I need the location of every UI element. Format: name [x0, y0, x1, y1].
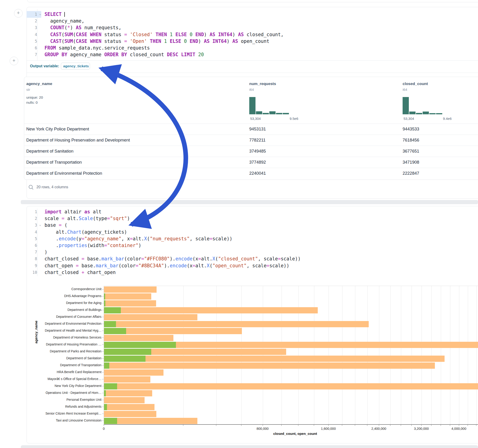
- code-text: CAST(SUM(CASE WHEN status = 'Closed' THE…: [41, 31, 284, 38]
- code-text: base = (: [41, 222, 67, 229]
- column-stat: nulls: 0: [26, 100, 38, 105]
- code-text: GROUP BY agency_name ORDER BY closed_cou…: [41, 51, 204, 58]
- code-text: COUNT(*) AS num_requests,: [41, 25, 121, 31]
- table-cell: 3677651: [403, 149, 419, 154]
- code-text: chart_closed + chart_open: [41, 269, 116, 276]
- line-number: 3⌄: [26, 222, 41, 229]
- line-number: 4: [26, 31, 41, 38]
- add-cell-button[interactable]: +: [10, 57, 18, 65]
- collapsed-cell-strip[interactable]: [21, 200, 478, 204]
- table-search-button[interactable]: [28, 184, 34, 190]
- column-type: i64: [403, 87, 407, 92]
- column-type: str: [26, 87, 30, 92]
- code-line[interactable]: 9chart_open = base.mark_bar(color="#8BC3…: [26, 262, 478, 269]
- code-text: SELECT: [41, 11, 65, 18]
- output-variable-pill[interactable]: agency_tickets: [61, 63, 90, 70]
- table-cell: 9453131: [249, 126, 266, 132]
- python-editor[interactable]: 1import altair as alt2scale = alt.Scale(…: [26, 209, 478, 276]
- code-line[interactable]: 1⌄SELECT: [26, 11, 478, 18]
- output-variable-label: Output variable:: [30, 64, 59, 68]
- histogram-min-label: 53,304: [403, 117, 414, 120]
- code-line[interactable]: 8chart_closed = base.mark_bar(color="#FF…: [26, 255, 478, 262]
- code-text: scale = alt.Scale(type="sqrt"): [41, 215, 130, 222]
- code-line[interactable]: 5 .encode(y="agency_name", x=alt.X("num_…: [26, 236, 478, 242]
- table-cell: 7618456: [403, 137, 419, 143]
- table-cell: Department of Housing Preservation and D…: [26, 137, 130, 143]
- code-line[interactable]: 6FROM sample_data.nyc.service_requests: [26, 45, 478, 51]
- table-cell: 7782211: [249, 137, 266, 143]
- table-cell: 2222847: [403, 171, 419, 176]
- text-cursor: [64, 12, 65, 17]
- table-cell: 3774892: [249, 160, 266, 165]
- code-line[interactable]: 4 alt.Chart(agency_tickets): [26, 229, 478, 236]
- dataframe-preview: agency_namestrunique: 20nulls: 0num_requ…: [24, 77, 478, 180]
- code-text: chart_open = base.mark_bar(color="#8BC34…: [41, 262, 289, 269]
- line-number: 4: [26, 229, 41, 236]
- table-row[interactable]: Department of Environmental Protection22…: [24, 168, 478, 179]
- code-line[interactable]: 2 agency_name,: [26, 18, 478, 25]
- previous-cell-edge: [27, 0, 478, 2]
- sql-editor[interactable]: 1⌄SELECT 2 agency_name,3 COUNT(*) AS num…: [26, 11, 478, 58]
- line-number: 10: [26, 269, 41, 276]
- code-text: import altair as alt: [41, 209, 101, 215]
- table-cell: 9443533: [403, 126, 419, 132]
- line-number: 3: [26, 25, 41, 31]
- code-text: alt.Chart(agency_tickets): [41, 229, 127, 236]
- table-cell: Department of Transportation: [26, 160, 82, 165]
- code-line[interactable]: 4 CAST(SUM(CASE WHEN status = 'Closed' T…: [26, 31, 478, 38]
- next-cell-strip[interactable]: [21, 445, 478, 448]
- code-line[interactable]: 6 .properties(width="container"): [26, 242, 478, 249]
- code-line[interactable]: 3 COUNT(*) AS num_requests,: [26, 25, 478, 31]
- line-number: 9: [26, 262, 41, 269]
- notebook-page: + + 1⌄SELECT 2 agency_name,3 COUNT(*) AS…: [0, 0, 478, 448]
- line-number: 2: [26, 18, 41, 25]
- code-text: agency_name,: [41, 18, 84, 25]
- code-text: chart_closed = base.mark_bar(color="#FFC…: [41, 255, 301, 262]
- line-number: 2: [26, 215, 41, 222]
- table-cell: 3749485: [249, 149, 266, 154]
- code-line[interactable]: 10chart_closed + chart_open: [26, 269, 478, 276]
- fold-chevron-icon[interactable]: ⌄: [39, 221, 41, 228]
- code-line[interactable]: 5 CAST(SUM(CASE WHEN status = 'Open' THE…: [26, 38, 478, 45]
- line-number: 7: [26, 51, 41, 58]
- column-header[interactable]: agency_name: [26, 81, 52, 86]
- code-text: ): [41, 249, 47, 255]
- code-line[interactable]: 3⌄base = (: [26, 222, 478, 229]
- add-cell-button[interactable]: +: [14, 9, 23, 18]
- line-number: 6: [26, 45, 41, 51]
- code-line[interactable]: 2scale = alt.Scale(type="sqrt"): [26, 215, 478, 222]
- histogram-min-label: 53,304: [250, 117, 261, 120]
- plus-icon: +: [13, 58, 15, 63]
- table-row[interactable]: Department of Housing Preservation and D…: [24, 135, 478, 146]
- line-number: 6: [26, 242, 41, 249]
- column-type: i64: [249, 87, 254, 92]
- table-cell: Department of Environmental Protection: [26, 171, 102, 176]
- line-number: 1: [26, 209, 41, 215]
- line-number: 5: [26, 236, 41, 242]
- table-shape-label: 20 rows, 4 columns: [37, 185, 68, 189]
- table-row[interactable]: Department of Transportation377489234719…: [24, 157, 478, 168]
- column-header[interactable]: closed_count: [403, 81, 428, 86]
- search-icon: [28, 184, 34, 190]
- line-number: 5: [26, 38, 41, 45]
- table-cell: New York City Police Department: [26, 126, 89, 132]
- divider: [27, 60, 478, 61]
- code-text: CAST(SUM(CASE WHEN status = 'Open' THEN …: [41, 38, 269, 45]
- table-cell: 2240041: [249, 171, 266, 176]
- line-number: 8: [26, 255, 41, 262]
- column-histogram: [249, 97, 289, 114]
- table-cell: 3471908: [403, 160, 419, 165]
- histogram-max-label: 9.5e6: [289, 117, 298, 120]
- divider: [27, 73, 478, 73]
- table-row[interactable]: Department of Sanitation37494853677651: [24, 146, 478, 157]
- table-cell: Department of Sanitation: [26, 149, 74, 154]
- column-header[interactable]: num_requests: [249, 81, 276, 86]
- code-text: FROM sample_data.nyc.service_requests: [41, 45, 150, 51]
- table-row[interactable]: New York City Police Department945313194…: [24, 124, 478, 135]
- code-line[interactable]: 7): [26, 249, 478, 255]
- column-stat: unique: 20: [26, 95, 43, 100]
- fold-chevron-icon[interactable]: ⌄: [39, 10, 41, 17]
- code-line[interactable]: 7GROUP BY agency_name ORDER BY closed_co…: [26, 51, 478, 58]
- code-line[interactable]: 1import altair as alt: [26, 209, 478, 215]
- plus-icon: +: [17, 10, 20, 16]
